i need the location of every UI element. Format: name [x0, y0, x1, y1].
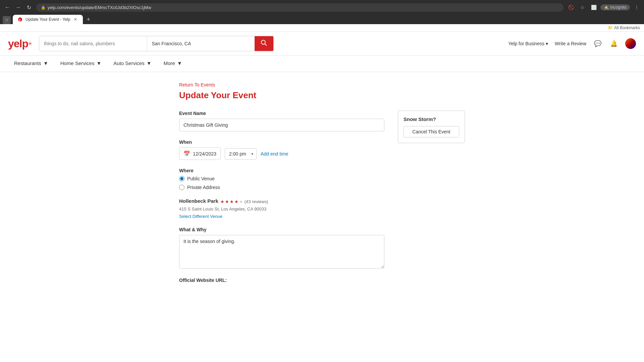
- event-name-label: Event Name: [179, 111, 384, 116]
- venue-section: Hollenbeck Park ★ ★ ★ ★ ★ (43 reviews) 4…: [179, 198, 384, 219]
- page: yelp ✳ Yelp for Business ▾ Write a Revie…: [0, 32, 644, 354]
- nav-restaurants-arrow: ▼: [43, 60, 48, 66]
- return-to-events-link[interactable]: Return To Events: [179, 82, 215, 87]
- tab-list-button[interactable]: ▽: [3, 16, 11, 24]
- tab-favicon: y: [17, 17, 23, 22]
- time-select[interactable]: 2:00 pm 2:30 pm 3:00 pm: [225, 148, 257, 160]
- all-bookmarks-link[interactable]: 📁 All Bookmarks: [608, 25, 640, 30]
- yelp-logo[interactable]: yelp ✳: [8, 38, 32, 50]
- select-venue-link[interactable]: Select Different Venue: [179, 214, 222, 219]
- browser-tabs: ▽ y Update Your Event - Yelp ✕ +: [3, 14, 641, 24]
- public-venue-radio[interactable]: [179, 176, 184, 181]
- nav-more-arrow: ▼: [177, 60, 182, 66]
- what-why-group: What & Why It is the season of giving.: [179, 227, 384, 269]
- when-group: When 📅 12/24/2023 2:00 pm 2:30 pm 3:00 p…: [179, 139, 384, 160]
- svg-point-2: [261, 40, 265, 44]
- venue-header-row: Hollenbeck Park ★ ★ ★ ★ ★ (43 reviews): [179, 198, 384, 205]
- nav-item-home-services[interactable]: Home Services ▼: [54, 56, 108, 72]
- private-address-radio-item[interactable]: Private Address: [179, 185, 384, 190]
- svg-line-3: [265, 44, 267, 46]
- nav-restaurants-label: Restaurants: [14, 60, 41, 66]
- snow-storm-title: Snow Storm?: [404, 116, 459, 122]
- search-bar: [39, 36, 274, 51]
- star-4: ★: [234, 199, 238, 204]
- public-venue-label: Public Venue: [187, 176, 215, 181]
- url-text: yelp.com/events/update/EMmcTXc0Jd3b2XlOs…: [48, 5, 151, 10]
- search-button[interactable]: [255, 36, 273, 51]
- venue-name: Hollenbeck Park: [179, 198, 218, 204]
- chevron-down-icon: ▾: [546, 41, 548, 46]
- radio-group: Public Venue Private Address: [179, 176, 384, 190]
- incognito-badge: 🕵 Incognito: [600, 4, 630, 10]
- split-view-icon[interactable]: ⬜: [589, 3, 598, 12]
- website-url-group: Official Website URL:: [179, 278, 384, 283]
- snow-storm-box: Snow Storm? Cancel This Event: [398, 111, 465, 143]
- form-layout: Event Name When 📅 12/24/2023 2:00 pm: [179, 111, 465, 291]
- notifications-icon[interactable]: 🔔: [609, 39, 619, 48]
- nav-auto-services-arrow: ▼: [147, 60, 152, 66]
- write-review-link[interactable]: Write a Review: [555, 41, 586, 46]
- nav-more-label: More: [164, 60, 175, 66]
- venue-address: 415 S Saint Louis St, Los Angeles, CA 90…: [179, 206, 384, 212]
- header-actions: Yelp for Business ▾ Write a Review 💬 🔔: [508, 38, 636, 49]
- date-value: 12/24/2023: [193, 151, 216, 157]
- website-url-label: Official Website URL:: [179, 278, 384, 283]
- nav-item-auto-services[interactable]: Auto Services ▼: [107, 56, 157, 72]
- star-2: ★: [225, 199, 229, 204]
- bookmarks-bar: 📁 All Bookmarks: [0, 24, 644, 32]
- time-wrapper: 2:00 pm 2:30 pm 3:00 pm: [225, 148, 257, 160]
- yelp-logo-text: yelp: [8, 38, 28, 50]
- venue-stars: ★ ★ ★ ★ ★: [220, 199, 243, 204]
- private-address-radio[interactable]: [179, 185, 184, 190]
- bookmark-icon[interactable]: ☆: [578, 3, 587, 12]
- back-button[interactable]: ←: [3, 3, 12, 12]
- browser-chrome: ← → ↻ 🔒 yelp.com/events/update/EMmcTXc0J…: [0, 0, 644, 24]
- venue-reviews: (43 reviews): [245, 199, 268, 204]
- browser-actions: 🚫 ☆ ⬜ 🕵 Incognito ⋮: [566, 3, 641, 12]
- public-venue-radio-item[interactable]: Public Venue: [179, 176, 384, 181]
- form-sidebar: Snow Storm? Cancel This Event: [398, 111, 465, 291]
- yelp-header: yelp ✳ Yelp for Business ▾ Write a Revie…: [0, 32, 644, 56]
- date-picker[interactable]: 📅 12/24/2023: [179, 147, 221, 160]
- bookmarks-label: All Bookmarks: [614, 25, 640, 30]
- yelp-nav: Restaurants ▼ Home Services ▼ Auto Servi…: [0, 56, 644, 72]
- browser-toolbar: ← → ↻ 🔒 yelp.com/events/update/EMmcTXc0J…: [3, 3, 641, 12]
- write-review-label: Write a Review: [555, 41, 586, 46]
- event-name-input[interactable]: [179, 119, 384, 131]
- incognito-label: Incognito: [610, 5, 627, 10]
- nav-auto-services-label: Auto Services: [113, 60, 145, 66]
- svg-text:y: y: [19, 18, 21, 21]
- when-label: When: [179, 139, 384, 145]
- active-tab[interactable]: y Update Your Event - Yelp ✕: [13, 15, 83, 24]
- star-1: ★: [220, 199, 224, 204]
- location-input[interactable]: [147, 36, 255, 51]
- nav-home-services-arrow: ▼: [96, 60, 101, 66]
- star-3: ★: [230, 199, 234, 204]
- tab-close-button[interactable]: ✕: [73, 17, 78, 22]
- nav-item-more[interactable]: More ▼: [158, 56, 188, 72]
- forward-button[interactable]: →: [13, 3, 23, 12]
- private-address-label: Private Address: [187, 185, 220, 190]
- form-main: Event Name When 📅 12/24/2023 2:00 pm: [179, 111, 384, 291]
- what-why-label: What & Why: [179, 227, 384, 232]
- calendar-icon: 📅: [183, 150, 190, 157]
- yelp-for-business-link[interactable]: Yelp for Business ▾: [508, 41, 548, 46]
- yelp-logo-burst: ✳: [28, 41, 32, 46]
- address-bar[interactable]: 🔒 yelp.com/events/update/EMmcTXc0Jd3b2Xl…: [36, 3, 564, 12]
- avatar[interactable]: [625, 38, 636, 49]
- nav-item-restaurants[interactable]: Restaurants ▼: [8, 56, 54, 72]
- eye-slash-icon[interactable]: 🚫: [566, 3, 576, 12]
- search-input[interactable]: [39, 36, 147, 51]
- reload-button[interactable]: ↻: [24, 3, 34, 12]
- yelp-for-business-label: Yelp for Business: [508, 41, 544, 46]
- new-tab-button[interactable]: +: [84, 15, 93, 24]
- cancel-event-button[interactable]: Cancel This Event: [404, 126, 459, 137]
- messages-icon[interactable]: 💬: [593, 39, 602, 48]
- incognito-icon: 🕵: [604, 5, 609, 10]
- star-5: ★: [239, 199, 243, 204]
- lock-icon: 🔒: [41, 5, 46, 10]
- extensions-icon[interactable]: ⋮: [632, 3, 641, 12]
- what-why-textarea[interactable]: It is the season of giving.: [179, 235, 384, 268]
- browser-controls: ← → ↻: [3, 3, 34, 12]
- add-end-time-link[interactable]: Add end time: [261, 151, 288, 157]
